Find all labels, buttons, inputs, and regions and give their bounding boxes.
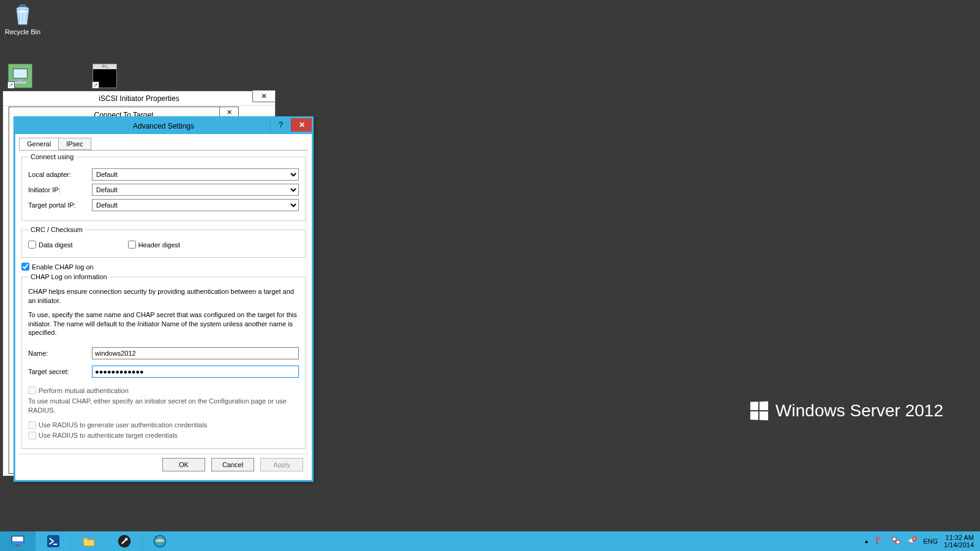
desktop-shortcut-1[interactable]: ↗: [6, 64, 34, 89]
local-adapter-select[interactable]: Default: [92, 168, 299, 181]
dialog-title: Advanced Settings: [133, 122, 194, 130]
chap-info-1: CHAP helps ensure connection security by…: [28, 287, 299, 305]
help-button[interactable]: ?: [270, 118, 291, 132]
computer-icon: ↗: [8, 64, 32, 88]
enable-chap-checkbox[interactable]: Enable CHAP log on: [21, 263, 308, 271]
taskbar: ▲ ENG 11:32 AM 1/14/2014: [0, 531, 980, 551]
header-digest-checkbox[interactable]: Header digest: [128, 241, 181, 249]
iscsi-properties-close-button[interactable]: ✕: [252, 90, 276, 102]
chap-group: CHAP Log on information CHAP helps ensur…: [21, 273, 306, 449]
advanced-settings-dialog: Advanced Settings ? ✕ General IPsec Conn…: [13, 116, 314, 482]
recycle-bin-label: Recycle Bin: [1, 28, 44, 36]
taskbar-ie[interactable]: [142, 531, 178, 551]
cmd-icon: C:\_ ↗: [92, 64, 117, 88]
crc-group: CRC / Checksum Data digest Header digest: [21, 226, 306, 258]
dialog-titlebar[interactable]: Advanced Settings ? ✕: [15, 118, 312, 134]
taskbar-explorer[interactable]: [71, 531, 107, 551]
system-tray: ▲ ENG 11:32 AM 1/14/2014: [864, 534, 980, 549]
connect-using-group: Connect using Local adapter: Default Ini…: [21, 153, 306, 221]
recycle-bin-icon: [10, 2, 35, 27]
mutual-auth-checkbox[interactable]: Perform mutual authentication: [28, 386, 299, 394]
initiator-ip-label: Initiator IP:: [28, 186, 92, 193]
tab-strip: General IPsec: [19, 138, 308, 151]
svg-rect-6: [15, 545, 20, 547]
iscsi-properties-title[interactable]: iSCSI Initiator Properties: [3, 91, 275, 106]
windows-logo-icon: [750, 401, 768, 420]
tray-time: 11:32 AM: [944, 534, 974, 541]
desktop-shortcut-cmd[interactable]: C:\_ ↗: [91, 64, 119, 89]
ok-button[interactable]: OK: [162, 458, 205, 471]
local-adapter-label: Local adapter:: [28, 171, 92, 178]
tray-overflow-icon[interactable]: ▲: [864, 538, 869, 544]
shortcut-arrow-icon: ↗: [7, 81, 15, 89]
chap-name-label: Name:: [28, 350, 92, 357]
watermark-text: Windows Server 2012: [775, 401, 943, 421]
taskbar-server-manager[interactable]: [0, 531, 36, 551]
tray-flag-icon[interactable]: [875, 536, 885, 547]
crc-legend: CRC / Checksum: [28, 226, 85, 233]
target-secret-input[interactable]: [92, 365, 299, 378]
initiator-ip-select[interactable]: Default: [92, 184, 299, 196]
target-secret-label: Target secret:: [28, 368, 92, 375]
radius-authenticate-checkbox[interactable]: Use RADIUS to authenticate target creden…: [28, 432, 299, 440]
connect-using-legend: Connect using: [28, 153, 76, 160]
svg-rect-2: [18, 80, 23, 82]
svg-rect-1: [13, 69, 28, 78]
tray-volume-icon[interactable]: [907, 536, 917, 547]
svg-rect-12: [892, 538, 896, 541]
target-portal-ip-label: Target portal IP:: [28, 201, 92, 209]
apply-button[interactable]: Apply: [260, 458, 303, 471]
chap-legend: CHAP Log on information: [28, 273, 110, 280]
chap-name-input[interactable]: [92, 347, 299, 359]
tray-language[interactable]: ENG: [923, 538, 938, 545]
os-watermark: Windows Server 2012: [750, 401, 943, 421]
target-portal-ip-select[interactable]: Default: [92, 199, 299, 211]
svg-rect-13: [896, 541, 900, 544]
tray-network-icon[interactable]: [891, 536, 901, 547]
tab-ipsec[interactable]: IPsec: [58, 138, 91, 150]
radius-generate-checkbox[interactable]: Use RADIUS to generate user authenticati…: [28, 421, 299, 429]
tray-clock[interactable]: 11:32 AM 1/14/2014: [944, 534, 974, 549]
close-button[interactable]: ✕: [291, 118, 312, 132]
shortcut-arrow-icon: ↗: [92, 81, 99, 89]
data-digest-checkbox[interactable]: Data digest: [28, 241, 73, 249]
mutual-auth-info: To use mutual CHAP, either specify an in…: [28, 397, 299, 415]
tray-date: 1/14/2014: [944, 541, 974, 549]
tab-general[interactable]: General: [19, 138, 59, 150]
recycle-bin[interactable]: Recycle Bin: [1, 2, 44, 36]
chap-info-2: To use, specify the same name and CHAP s…: [28, 310, 299, 338]
taskbar-app-round[interactable]: [107, 531, 142, 551]
svg-rect-3: [15, 82, 26, 84]
taskbar-powershell[interactable]: [36, 531, 71, 551]
svg-rect-8: [83, 538, 87, 540]
cancel-button[interactable]: Cancel: [211, 458, 254, 471]
